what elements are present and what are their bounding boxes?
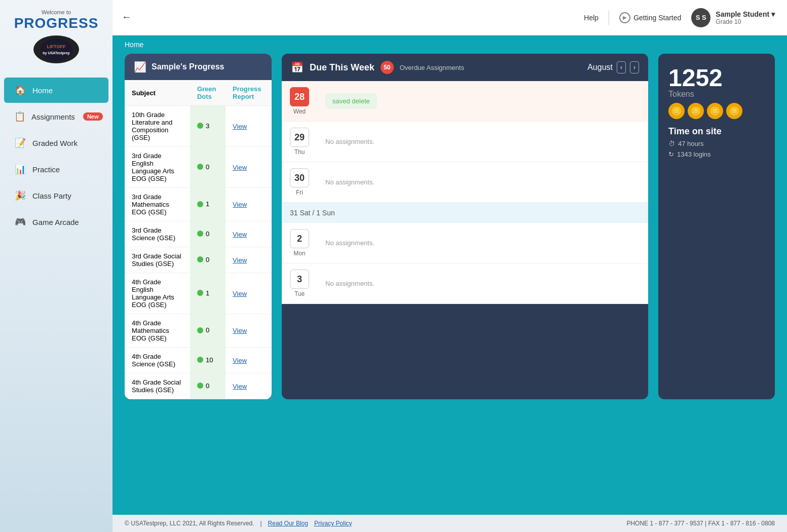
dot-badge: 0 (197, 326, 209, 334)
table-row: 3rd Grade English Language Arts EOG (GSE… (125, 147, 272, 188)
overdue-label: Overdue Assignments (400, 64, 464, 71)
progress-icon: 📈 (134, 61, 146, 73)
svg-text:by USATestprep: by USATestprep (43, 51, 69, 55)
sidebar-item-game-arcade[interactable]: 🎮 Game Arcade (4, 209, 108, 235)
user-menu[interactable]: S S Sample Student ▾ Grade 10 (691, 8, 775, 27)
day-name-tue: Tue (294, 290, 305, 297)
logins-detail: ↻ 1343 logins (668, 150, 765, 158)
getting-started-button[interactable]: ▶ Getting Started (619, 12, 681, 23)
day-num-col-30: 30 Fri (282, 162, 317, 202)
next-month-button[interactable]: › (630, 61, 639, 73)
day-num-col-3: 3 Tue (282, 263, 317, 303)
weekend-label: 31 Sat / 1 Sun (290, 209, 335, 217)
table-row: 3rd Grade Mathematics EOG (GSE) 1 View (125, 188, 272, 221)
green-dot-icon (197, 327, 203, 333)
sidebar-label-game-arcade: Game Arcade (32, 218, 79, 226)
tokens-row: 🪙 🪙 🪙 🪙 (668, 103, 765, 119)
green-dot-icon (197, 164, 203, 170)
progress-card-header: 📈 Sample's Progress (125, 54, 272, 80)
day-name-fri: Fri (296, 189, 303, 196)
view-link[interactable]: View (233, 327, 247, 334)
game-arcade-icon: 🎮 (14, 216, 26, 227)
prev-month-button[interactable]: ‹ (617, 61, 626, 73)
subject-cell: 3rd Grade English Language Arts EOG (GSE… (125, 147, 190, 188)
col-progress-report: Progress Report (226, 80, 272, 106)
day-content-28: saved delete (317, 81, 648, 121)
sidebar-item-assignments[interactable]: 📋 Assignments New (4, 104, 108, 129)
subject-cell: 4th Grade Social Studies (GSE) (125, 373, 190, 399)
view-link[interactable]: View (233, 290, 247, 297)
hours-value: 47 hours (678, 140, 704, 147)
view-link[interactable]: View (233, 256, 247, 264)
logins-value: 1343 logins (677, 150, 711, 158)
sidebar-item-graded-work[interactable]: 📝 Graded Work (4, 130, 108, 156)
sidebar-label-home: Home (32, 86, 53, 95)
day-num-3: 3 (290, 270, 309, 289)
main-content: ← Help ▶ Getting Started S S Sample Stud… (113, 0, 787, 532)
play-icon: ▶ (619, 12, 630, 23)
day-num-2: 2 (290, 229, 309, 248)
logo-area: Welcome to PROGRESS LIFTOFF by USATestpr… (0, 0, 113, 72)
month-nav: August ‹ › (587, 61, 639, 73)
view-link[interactable]: View (233, 357, 247, 364)
view-cell: View (226, 106, 272, 147)
blog-link[interactable]: Read Our Blog (268, 520, 308, 527)
user-info: Sample Student ▾ Grade 10 (716, 10, 775, 25)
due-header: 📅 Due This Week 50 Overdue Assignments A… (282, 54, 648, 81)
day-row-30: 30 Fri No assignments. (282, 162, 648, 203)
day-name-wed: Wed (293, 108, 306, 115)
breadcrumb: Home (113, 35, 787, 54)
dots-cell: 0 (190, 373, 226, 399)
no-assignments-2: No assignments. (325, 239, 374, 247)
subject-cell: 3rd Grade Science (GSE) (125, 221, 190, 247)
view-cell: View (226, 373, 272, 399)
assignments-icon: 📋 (14, 111, 25, 122)
progress-card: 📈 Sample's Progress Subject Green Dots P… (125, 54, 272, 399)
class-party-icon: 🎉 (14, 190, 26, 201)
view-link[interactable]: View (233, 383, 247, 390)
view-link[interactable]: View (233, 231, 247, 238)
assignments-badge: New (83, 112, 103, 121)
day-name-mon: Mon (293, 250, 305, 257)
view-link[interactable]: View (233, 123, 247, 130)
month-label: August (587, 63, 613, 72)
day-num-col-2: 2 Mon (282, 223, 317, 263)
green-dot-icon (197, 357, 203, 363)
sidebar-label-assignments: Assignments (31, 112, 75, 121)
privacy-link[interactable]: Privacy Policy (314, 520, 352, 527)
view-cell: View (226, 247, 272, 273)
footer-divider: | (260, 520, 261, 527)
view-link[interactable]: View (233, 164, 247, 171)
home-icon: 🏠 (14, 85, 26, 96)
liftoff-logo: LIFTOFF by USATestprep (33, 35, 79, 63)
day-content-2: No assignments. (317, 223, 648, 263)
due-this-week-card: 📅 Due This Week 50 Overdue Assignments A… (282, 54, 648, 399)
sidebar-item-home[interactable]: 🏠 Home (4, 78, 108, 103)
back-button[interactable]: ← (122, 11, 132, 23)
due-title: Due This Week (310, 62, 374, 73)
weekend-row: 31 Sat / 1 Sun (282, 203, 648, 223)
green-dot-icon (197, 123, 203, 129)
logo-welcome: Welcome to (8, 9, 104, 15)
view-link[interactable]: View (233, 201, 247, 208)
sidebar-label-class-party: Class Party (32, 192, 71, 200)
sidebar-item-class-party[interactable]: 🎉 Class Party (4, 183, 108, 208)
dots-cell: 1 (190, 188, 226, 221)
day-row-28: 28 Wed saved delete (282, 81, 648, 122)
day-content-30: No assignments. (317, 162, 648, 202)
token-coin-4: 🪙 (726, 103, 742, 119)
dots-cell: 0 (190, 247, 226, 273)
dots-cell: 0 (190, 147, 226, 188)
token-coin-1: 🪙 (668, 103, 685, 119)
help-link[interactable]: Help (584, 14, 598, 22)
table-row: 3rd Grade Science (GSE) 0 View (125, 221, 272, 247)
sidebar-item-practice[interactable]: 📊 Practice (4, 157, 108, 182)
dots-cell: 0 (190, 314, 226, 348)
green-dot-icon (197, 201, 203, 207)
subject-cell: 3rd Grade Social Studies (GSE) (125, 247, 190, 273)
day-num-28: 28 (290, 87, 309, 106)
view-cell: View (226, 221, 272, 247)
dots-cell: 3 (190, 106, 226, 147)
green-dot-icon (197, 256, 203, 262)
green-dot-icon (197, 383, 203, 389)
